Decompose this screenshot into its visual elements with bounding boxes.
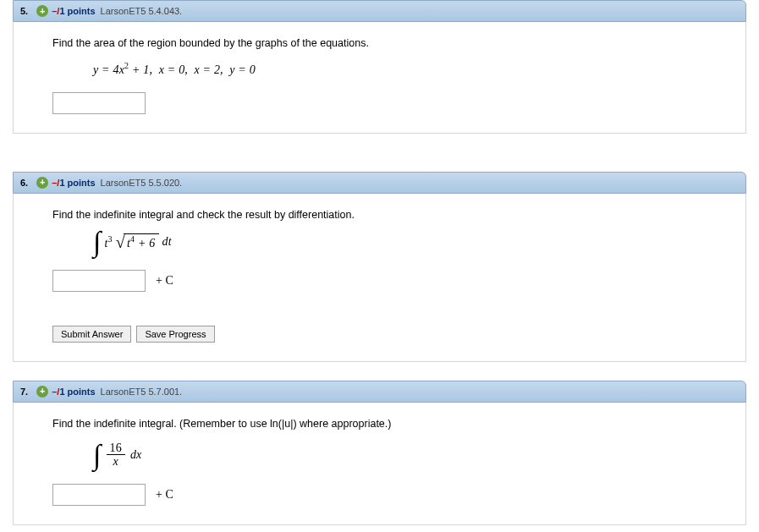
expand-icon[interactable]: +: [36, 177, 48, 189]
button-row: Submit Answer Save Progress: [52, 326, 729, 343]
points-label: –/1 points: [52, 387, 95, 397]
question-6: 6. + –/1 points LarsonET5 5.5.020. Find …: [13, 172, 746, 362]
question-body: Find the indefinite integral and check t…: [13, 194, 746, 362]
integral-display: ∫ 16 x dx: [93, 442, 729, 469]
points-label: –/1 points: [52, 6, 95, 16]
answer-input[interactable]: [52, 484, 146, 506]
plus-c-label: + C: [156, 488, 173, 502]
question-number: 6.: [20, 178, 28, 188]
differential: dt: [162, 235, 172, 249]
save-progress-button[interactable]: Save Progress: [136, 326, 214, 343]
question-source: LarsonET5 5.5.020.: [101, 178, 183, 188]
question-source: LarsonET5 5.4.043.: [101, 6, 183, 16]
question-source: LarsonET5 5.7.001.: [101, 387, 183, 397]
answer-input[interactable]: [52, 92, 146, 114]
answer-input[interactable]: [52, 270, 146, 292]
numerator: 16: [107, 442, 125, 455]
expand-icon[interactable]: +: [36, 5, 48, 17]
question-body: Find the area of the region bounded by t…: [13, 22, 746, 134]
sqrt-expression: √ t4 + 6: [116, 233, 159, 252]
denominator: x: [110, 455, 122, 468]
question-header: 5. + –/1 points LarsonET5 5.4.043.: [13, 0, 746, 22]
differential: dx: [130, 448, 142, 462]
question-header: 7. + –/1 points LarsonET5 5.7.001.: [13, 381, 746, 403]
integral-icon: ∫: [93, 447, 102, 463]
radicand: t4 + 6: [124, 233, 159, 250]
question-7: 7. + –/1 points LarsonET5 5.7.001. Find …: [13, 381, 746, 525]
question-5: 5. + –/1 points LarsonET5 5.4.043. Find …: [13, 0, 746, 134]
question-prompt: Find the indefinite integral and check t…: [52, 209, 729, 221]
integral-display: ∫ t3 √ t4 + 6 dt: [93, 233, 729, 255]
question-header: 6. + –/1 points LarsonET5 5.5.020.: [13, 172, 746, 194]
plus-c-label: + C: [156, 274, 173, 288]
question-prompt: Find the indefinite integral. (Remember …: [52, 418, 729, 430]
points-label: –/1 points: [52, 178, 95, 188]
expand-icon[interactable]: +: [36, 386, 48, 398]
fraction: 16 x: [107, 442, 125, 469]
question-body: Find the indefinite integral. (Remember …: [13, 403, 746, 525]
question-number: 7.: [20, 387, 28, 397]
question-number: 5.: [20, 6, 28, 16]
question-prompt: Find the area of the region bounded by t…: [52, 37, 729, 49]
integral-icon: ∫: [93, 233, 102, 250]
equation-display: y = 4x2 + 1, x = 0, x = 2, y = 0: [93, 61, 729, 77]
integrand-prefix: t3: [105, 234, 113, 250]
submit-answer-button[interactable]: Submit Answer: [52, 326, 131, 343]
